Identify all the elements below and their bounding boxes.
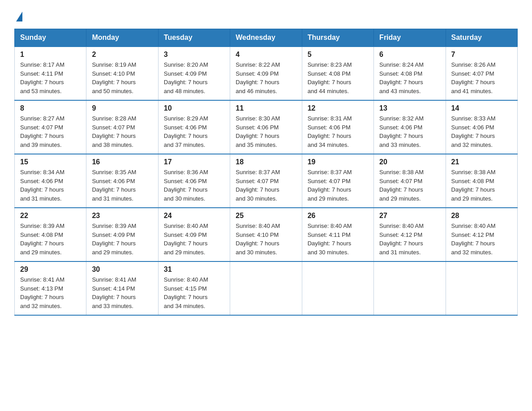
day-number: 6 [379,51,441,59]
day-info: Sunrise: 8:17 AM Sunset: 4:11 PM Dayligh… [20,60,82,95]
day-info: Sunrise: 8:27 AM Sunset: 4:07 PM Dayligh… [20,114,82,149]
day-info: Sunrise: 8:24 AM Sunset: 4:08 PM Dayligh… [379,60,441,95]
day-number: 14 [451,104,513,112]
calendar-cell: 26Sunrise: 8:40 AM Sunset: 4:11 PM Dayli… [302,208,373,261]
calendar-cell: 14Sunrise: 8:33 AM Sunset: 4:06 PM Dayli… [446,100,517,154]
day-number: 18 [236,158,297,166]
day-number: 5 [308,51,369,59]
day-info: Sunrise: 8:38 AM Sunset: 4:08 PM Dayligh… [451,168,513,203]
calendar-cell [302,261,373,315]
calendar-cell: 30Sunrise: 8:41 AM Sunset: 4:14 PM Dayli… [86,261,158,315]
calendar-cell: 12Sunrise: 8:31 AM Sunset: 4:06 PM Dayli… [302,100,373,154]
weekday-header-tuesday: Tuesday [158,29,230,47]
day-info: Sunrise: 8:40 AM Sunset: 4:15 PM Dayligh… [164,275,225,310]
day-number: 2 [92,51,153,59]
day-info: Sunrise: 8:29 AM Sunset: 4:06 PM Dayligh… [164,114,225,149]
calendar-week-2: 8Sunrise: 8:27 AM Sunset: 4:07 PM Daylig… [15,100,518,154]
calendar-cell: 28Sunrise: 8:40 AM Sunset: 4:12 PM Dayli… [446,208,517,261]
day-info: Sunrise: 8:41 AM Sunset: 4:13 PM Dayligh… [20,275,82,310]
day-number: 4 [236,51,297,59]
calendar-cell: 11Sunrise: 8:30 AM Sunset: 4:06 PM Dayli… [230,100,302,154]
calendar-cell: 31Sunrise: 8:40 AM Sunset: 4:15 PM Dayli… [158,261,230,315]
logo-triangle-icon [16,12,22,21]
calendar-cell: 20Sunrise: 8:38 AM Sunset: 4:07 PM Dayli… [374,154,446,208]
calendar-cell: 23Sunrise: 8:39 AM Sunset: 4:09 PM Dayli… [86,208,158,261]
day-info: Sunrise: 8:39 AM Sunset: 4:09 PM Dayligh… [92,222,153,257]
calendar-cell: 6Sunrise: 8:24 AM Sunset: 4:08 PM Daylig… [374,47,446,100]
day-number: 9 [92,104,153,112]
day-number: 30 [92,265,153,274]
day-number: 22 [20,212,82,220]
day-info: Sunrise: 8:36 AM Sunset: 4:06 PM Dayligh… [164,168,225,203]
calendar-cell [230,261,302,315]
calendar-cell: 18Sunrise: 8:37 AM Sunset: 4:07 PM Dayli… [230,154,302,208]
day-info: Sunrise: 8:40 AM Sunset: 4:10 PM Dayligh… [236,222,297,257]
calendar-cell: 27Sunrise: 8:40 AM Sunset: 4:12 PM Dayli… [374,208,446,261]
day-info: Sunrise: 8:33 AM Sunset: 4:06 PM Dayligh… [451,114,513,149]
weekday-header-monday: Monday [86,29,158,47]
calendar-cell [446,261,517,315]
day-info: Sunrise: 8:41 AM Sunset: 4:14 PM Dayligh… [92,275,153,310]
day-number: 28 [451,212,513,220]
day-info: Sunrise: 8:34 AM Sunset: 4:06 PM Dayligh… [20,168,82,203]
day-number: 10 [164,104,225,112]
calendar-cell: 1Sunrise: 8:17 AM Sunset: 4:11 PM Daylig… [15,47,86,100]
calendar-cell: 24Sunrise: 8:40 AM Sunset: 4:09 PM Dayli… [158,208,230,261]
day-number: 29 [20,265,82,274]
calendar-table: SundayMondayTuesdayWednesdayThursdayFrid… [14,29,518,316]
day-number: 12 [308,104,369,112]
day-number: 23 [92,212,153,220]
calendar-cell: 25Sunrise: 8:40 AM Sunset: 4:10 PM Dayli… [230,208,302,261]
weekday-header-thursday: Thursday [302,29,373,47]
calendar-cell: 10Sunrise: 8:29 AM Sunset: 4:06 PM Dayli… [158,100,230,154]
day-number: 16 [92,158,153,166]
day-number: 3 [164,51,225,59]
calendar-cell: 7Sunrise: 8:26 AM Sunset: 4:07 PM Daylig… [446,47,517,100]
day-number: 20 [379,158,441,166]
page-header [14,11,518,21]
calendar-cell: 16Sunrise: 8:35 AM Sunset: 4:06 PM Dayli… [86,154,158,208]
weekday-header-saturday: Saturday [446,29,517,47]
day-info: Sunrise: 8:37 AM Sunset: 4:07 PM Dayligh… [308,168,369,203]
day-info: Sunrise: 8:37 AM Sunset: 4:07 PM Dayligh… [236,168,297,203]
weekday-header-friday: Friday [374,29,446,47]
calendar-cell: 21Sunrise: 8:38 AM Sunset: 4:08 PM Dayli… [446,154,517,208]
calendar-cell: 17Sunrise: 8:36 AM Sunset: 4:06 PM Dayli… [158,154,230,208]
logo [14,11,22,21]
day-info: Sunrise: 8:20 AM Sunset: 4:09 PM Dayligh… [164,60,225,95]
day-info: Sunrise: 8:40 AM Sunset: 4:12 PM Dayligh… [451,222,513,257]
weekday-header-row: SundayMondayTuesdayWednesdayThursdayFrid… [15,29,518,47]
calendar-cell: 15Sunrise: 8:34 AM Sunset: 4:06 PM Dayli… [15,154,86,208]
day-info: Sunrise: 8:19 AM Sunset: 4:10 PM Dayligh… [92,60,153,95]
day-info: Sunrise: 8:28 AM Sunset: 4:07 PM Dayligh… [92,114,153,149]
calendar-cell: 8Sunrise: 8:27 AM Sunset: 4:07 PM Daylig… [15,100,86,154]
calendar-week-5: 29Sunrise: 8:41 AM Sunset: 4:13 PM Dayli… [15,261,518,315]
day-info: Sunrise: 8:32 AM Sunset: 4:06 PM Dayligh… [379,114,441,149]
calendar-cell: 13Sunrise: 8:32 AM Sunset: 4:06 PM Dayli… [374,100,446,154]
day-number: 31 [164,265,225,274]
day-info: Sunrise: 8:40 AM Sunset: 4:11 PM Dayligh… [308,222,369,257]
day-number: 1 [20,51,82,59]
day-number: 19 [308,158,369,166]
day-info: Sunrise: 8:39 AM Sunset: 4:08 PM Dayligh… [20,222,82,257]
calendar-cell: 4Sunrise: 8:22 AM Sunset: 4:09 PM Daylig… [230,47,302,100]
calendar-cell: 3Sunrise: 8:20 AM Sunset: 4:09 PM Daylig… [158,47,230,100]
day-number: 24 [164,212,225,220]
calendar-week-1: 1Sunrise: 8:17 AM Sunset: 4:11 PM Daylig… [15,47,518,100]
calendar-week-4: 22Sunrise: 8:39 AM Sunset: 4:08 PM Dayli… [15,208,518,261]
day-number: 26 [308,212,369,220]
day-number: 25 [236,212,297,220]
day-number: 17 [164,158,225,166]
day-info: Sunrise: 8:40 AM Sunset: 4:09 PM Dayligh… [164,222,225,257]
day-info: Sunrise: 8:23 AM Sunset: 4:08 PM Dayligh… [308,60,369,95]
day-info: Sunrise: 8:26 AM Sunset: 4:07 PM Dayligh… [451,60,513,95]
day-number: 13 [379,104,441,112]
day-number: 11 [236,104,297,112]
weekday-header-sunday: Sunday [15,29,86,47]
day-number: 7 [451,51,513,59]
calendar-cell: 9Sunrise: 8:28 AM Sunset: 4:07 PM Daylig… [86,100,158,154]
calendar-cell: 5Sunrise: 8:23 AM Sunset: 4:08 PM Daylig… [302,47,373,100]
day-info: Sunrise: 8:38 AM Sunset: 4:07 PM Dayligh… [379,168,441,203]
day-info: Sunrise: 8:22 AM Sunset: 4:09 PM Dayligh… [236,60,297,95]
day-number: 21 [451,158,513,166]
